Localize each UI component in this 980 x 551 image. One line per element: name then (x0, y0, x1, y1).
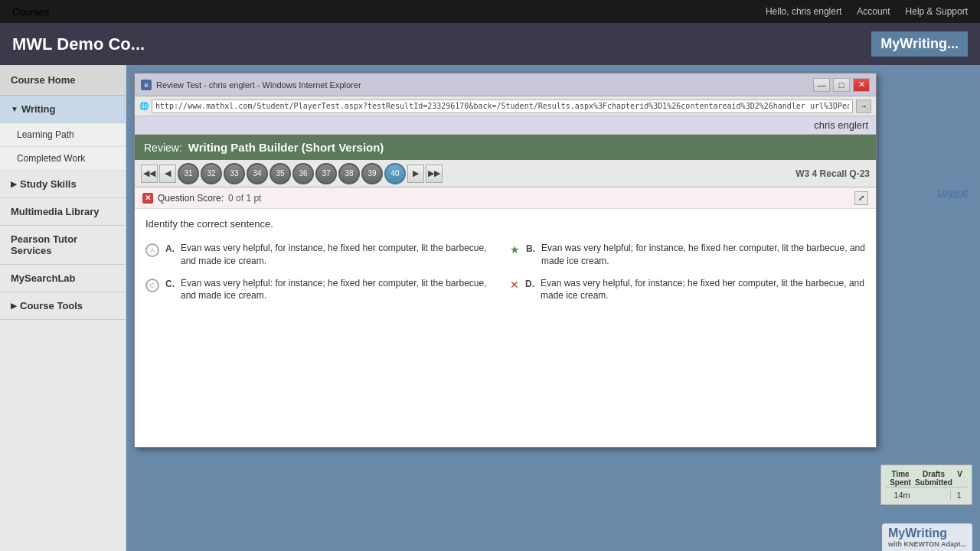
sidebar-writing-label: Writing (21, 103, 56, 115)
answer-option-d[interactable]: ✕ D. Evan was very helpful, for instance… (510, 277, 865, 303)
review-title: Writing Path Builder (Short Version) (188, 141, 384, 154)
option-label-d: D. (525, 279, 534, 289)
browser-controls: — □ ✕ (813, 78, 870, 92)
browser-titlebar: e Review Test - chris englert - Windows … (135, 73, 876, 96)
courses-link[interactable]: Courses (12, 6, 49, 18)
ie-icon: e (141, 80, 152, 90)
nav-q32[interactable]: 32 (201, 163, 222, 184)
nav-bar: ◀◀ ◀ 31 32 33 34 35 36 37 38 39 40 ▶ ▶▶ … (135, 160, 876, 187)
greeting: Hello, chris englert (766, 6, 841, 17)
sidebar-pearson-label: Pearson Tutor Services (11, 233, 115, 256)
sidebar-item-completed-work[interactable]: Completed Work (0, 147, 126, 171)
nav-q31[interactable]: 31 (178, 163, 199, 184)
radio-inner-c: C (150, 282, 155, 289)
legend-link[interactable]: Legend (937, 187, 968, 198)
sidebar-study-skills-label: Study Skills (20, 178, 77, 190)
sidebar-item-multimedia-library[interactable]: Multimedia Library (0, 198, 126, 226)
stats-cell-drafts (918, 491, 951, 500)
nav-first-button[interactable]: ◀◀ (141, 165, 158, 183)
option-text-b: Evan was very helpful; for instance, he … (541, 242, 865, 268)
stats-panel: Time Spent Drafts Submitted V 14m 1 (880, 465, 972, 505)
address-bar: 🌐 → (135, 96, 876, 116)
maximize-button[interactable]: □ (833, 78, 850, 92)
mywriting-brand-sub: with KNEWTON Adapt... (888, 540, 966, 548)
stats-cell-v: 1 (951, 491, 967, 500)
stats-header-time: Time Spent (886, 470, 915, 487)
chevron-right-icon-2: ▶ (11, 302, 17, 310)
sidebar-multimedia-label: Multimedia Library (11, 206, 100, 217)
option-text-d: Evan was very helpful, for instance; he … (541, 277, 865, 303)
top-bar: Courses Hello, chris englert Account Hel… (0, 0, 980, 23)
radio-a[interactable]: A (145, 243, 159, 257)
star-icon-b: ★ (510, 243, 520, 256)
nav-q33[interactable]: 33 (224, 163, 245, 184)
sidebar-item-writing[interactable]: ▼ Writing (0, 96, 126, 123)
username-bar: chris englert (135, 116, 876, 135)
review-label: Review: (144, 142, 182, 154)
mywriting-brand-text: MyWriting (888, 527, 947, 540)
question-area: ✕ Question Score: 0 of 1 pt ⤢ Identify t… (135, 187, 876, 447)
nav-left: ◀◀ ◀ 31 32 33 34 35 36 37 38 39 40 ▶ ▶▶ (141, 163, 443, 184)
content-area: e Review Test - chris englert - Windows … (126, 65, 980, 551)
answer-option-a[interactable]: A A. Evan was very helpful, for instance… (145, 242, 501, 268)
sidebar-item-learning-path[interactable]: Learning Path (0, 123, 126, 147)
address-go-button[interactable]: → (856, 99, 871, 113)
nav-q35[interactable]: 35 (270, 163, 291, 184)
stats-header-drafts: Drafts Submitted (915, 470, 952, 487)
question-ref: W3 4 Recall Q-23 (795, 168, 870, 179)
option-text-c: Evan was very helpful: for instance; he … (181, 277, 501, 303)
browser-titlebar-left: e Review Test - chris englert - Windows … (141, 80, 361, 90)
sidebar: Course Home ▼ Writing Learning Path Comp… (0, 65, 126, 551)
mywriting-logo: MyWriting... (871, 31, 968, 57)
nav-q38[interactable]: 38 (338, 163, 360, 184)
option-label-a: A. (165, 243, 175, 254)
radio-inner-a: A (150, 246, 155, 254)
option-label-b: B. (526, 243, 535, 254)
minimize-button[interactable]: — (813, 78, 830, 92)
close-button[interactable]: ✕ (853, 78, 870, 92)
answer-option-c[interactable]: C C. Evan was very helpful: for instance… (145, 277, 501, 303)
question-content: Identify the correct sentence. A A. Evan… (135, 209, 876, 311)
account-link[interactable]: Account (857, 6, 890, 17)
stats-cell-time: 14m (886, 491, 918, 500)
score-value: 0 of 1 pt (228, 193, 261, 204)
answer-grid: A A. Evan was very helpful, for instance… (145, 242, 865, 302)
nav-q37[interactable]: 37 (315, 163, 337, 184)
browser-title: Review Test - chris englert - Windows In… (156, 80, 361, 90)
nav-q36[interactable]: 36 (292, 163, 314, 184)
sidebar-item-study-skills[interactable]: ▶ Study Skills (0, 171, 126, 198)
radio-c[interactable]: C (145, 279, 159, 292)
help-support-link[interactable]: Help & Support (906, 6, 968, 17)
nav-q34[interactable]: 34 (247, 163, 268, 184)
option-text-a: Evan was very helpful, for instance, he … (181, 242, 501, 268)
browser-window: e Review Test - chris englert - Windows … (134, 73, 877, 448)
header-bar: MWL Demo Co... MyWriting... (0, 23, 980, 65)
stats-header-v: V (952, 470, 967, 487)
nav-last-button[interactable]: ▶▶ (426, 165, 443, 183)
main-layout: Course Home ▼ Writing Learning Path Comp… (0, 65, 980, 551)
nav-q40[interactable]: 40 (384, 163, 406, 184)
chevron-down-icon: ▼ (11, 105, 18, 113)
score-label: Question Score: (158, 193, 224, 204)
mywriting-brand: MyWriting with KNEWTON Adapt... (882, 523, 972, 551)
sidebar-item-mysearchlab[interactable]: MySearchLab (0, 265, 126, 292)
nav-prev-button[interactable]: ◀ (159, 165, 176, 183)
score-x-icon: ✕ (142, 193, 153, 204)
nav-q39[interactable]: 39 (361, 163, 383, 184)
question-text: Identify the correct sentence. (145, 218, 865, 230)
chevron-right-icon: ▶ (11, 180, 17, 188)
option-label-c: C. (165, 279, 175, 289)
sidebar-item-course-home[interactable]: Course Home (0, 65, 126, 96)
address-icon: 🌐 (139, 102, 149, 110)
address-input[interactable] (152, 99, 853, 113)
app-logo: MWL Demo Co... (12, 34, 145, 54)
sidebar-mysearchlab-label: MySearchLab (11, 272, 76, 284)
score-left: ✕ Question Score: 0 of 1 pt (142, 193, 261, 204)
x-icon-d: ✕ (510, 279, 519, 291)
sidebar-item-pearson-tutor[interactable]: Pearson Tutor Services (0, 226, 126, 265)
sidebar-item-course-tools[interactable]: ▶ Course Tools (0, 292, 126, 320)
answer-option-b[interactable]: ★ B. Evan was very helpful; for instance… (510, 242, 865, 268)
expand-button[interactable]: ⤢ (854, 191, 868, 205)
nav-next-button[interactable]: ▶ (407, 165, 424, 183)
sidebar-course-tools-label: Course Tools (20, 300, 83, 311)
